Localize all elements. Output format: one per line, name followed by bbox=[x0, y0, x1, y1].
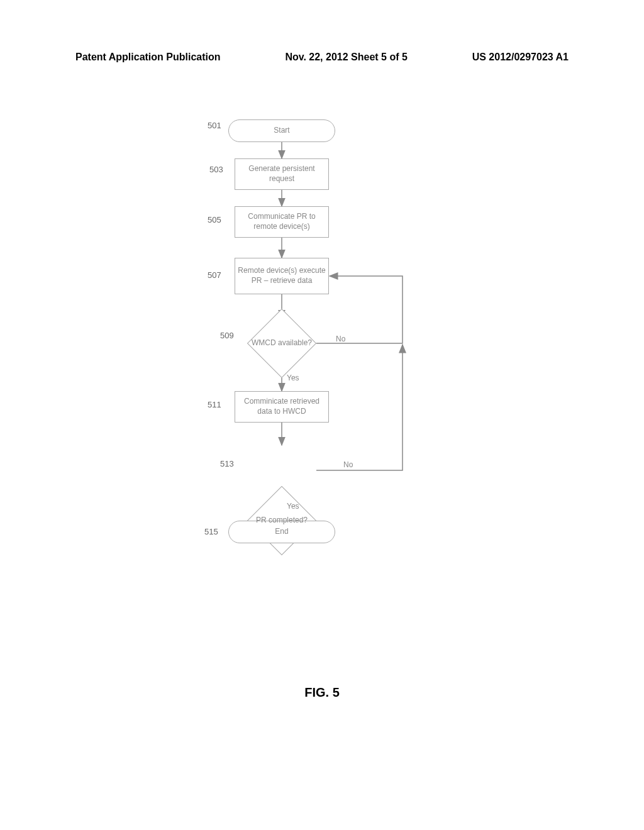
process-511: Comminicate retrieved data to HWCD bbox=[235, 391, 329, 423]
start-label: Start bbox=[274, 126, 289, 136]
process-511-text: Comminicate retrieved data to HWCD bbox=[238, 397, 326, 416]
edge-509-no: No bbox=[336, 335, 345, 343]
ref-507: 507 bbox=[208, 270, 221, 280]
flowchart: Start 501 Generate persistent request 50… bbox=[0, 113, 644, 597]
ref-509: 509 bbox=[220, 331, 234, 340]
figure-caption: FIG. 5 bbox=[0, 685, 644, 700]
process-505-text: Communicate PR to remote device(s) bbox=[238, 212, 326, 231]
start-terminator: Start bbox=[228, 119, 335, 142]
process-505: Communicate PR to remote device(s) bbox=[235, 206, 329, 238]
edge-509-yes: Yes bbox=[287, 374, 299, 382]
decision-513-text: PR completed? bbox=[256, 516, 308, 526]
process-507: Remote device(s) execute PR – retrieve d… bbox=[235, 258, 329, 294]
page-header: Patent Application Publication Nov. 22, … bbox=[75, 52, 569, 63]
ref-515: 515 bbox=[204, 527, 218, 536]
ref-511: 511 bbox=[208, 400, 221, 409]
process-503: Generate persistent request bbox=[235, 158, 329, 190]
header-publication: Patent Application Publication bbox=[75, 52, 221, 63]
decision-513: PR completed? bbox=[247, 495, 316, 546]
decision-509: WMCD available? bbox=[247, 318, 316, 368]
edge-513-no: No bbox=[343, 460, 353, 469]
header-date-sheet: Nov. 22, 2012 Sheet 5 of 5 bbox=[285, 52, 407, 63]
ref-513: 513 bbox=[220, 459, 234, 468]
process-503-text: Generate persistent request bbox=[238, 164, 326, 184]
process-507-text: Remote device(s) execute PR – retrieve d… bbox=[238, 266, 326, 285]
ref-505: 505 bbox=[208, 215, 221, 224]
decision-509-text: WMCD available? bbox=[252, 338, 312, 348]
header-patent-number: US 2012/0297023 A1 bbox=[472, 52, 569, 63]
ref-501: 501 bbox=[208, 121, 221, 130]
ref-503: 503 bbox=[209, 165, 223, 174]
